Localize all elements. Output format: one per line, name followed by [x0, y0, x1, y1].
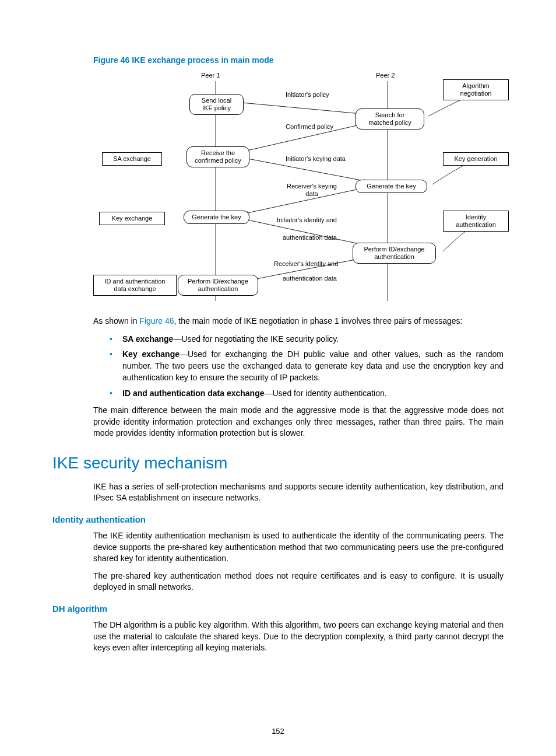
ike-intro-paragraph: IKE has a series of self-protection mech…: [93, 481, 504, 504]
msg-initiator-identity: Initiator's identity and: [277, 216, 337, 224]
identity-auth-p1: The IKE identity authentication mechanis…: [93, 530, 504, 565]
page-number: 152: [0, 727, 556, 736]
page: Figure 46 IKE exchange process in main m…: [0, 0, 556, 756]
body-content: As shown in Figure 46, the main mode of …: [93, 316, 504, 439]
bullet-text: —Used for exchanging the DH public value…: [122, 349, 504, 383]
msg-receiver-keying: Receiver's keyingdata: [280, 183, 344, 198]
step-perform-auth-left: Perform ID/exchangeauthentication: [178, 275, 258, 296]
heading-dh-algorithm: DH algorithm: [52, 604, 504, 614]
dh-algorithm-block: The DH algorithm is a public key algorit…: [93, 620, 504, 654]
intro-suffix: , the main mode of IKE negotiation in ph…: [174, 316, 463, 326]
figure-caption: Figure 46 IKE exchange process in main m…: [93, 55, 504, 65]
figure-link[interactable]: Figure 46: [139, 316, 174, 326]
bullet-bold: SA exchange: [122, 334, 173, 344]
diagram-ike-exchange: Peer 1 Peer 2 Algorithmnegotiation Key g…: [93, 71, 504, 304]
main-diff-paragraph: The main difference between the main mod…: [93, 405, 504, 439]
msg-initiator-keying: Initiator's keying data: [286, 155, 346, 163]
msg-auth-data-1: authentication data: [283, 234, 337, 242]
identity-auth-block: The IKE identity authentication mechanis…: [93, 530, 504, 593]
bullet-list: SA exchange—Used for negotiating the IKE…: [93, 333, 504, 399]
intro-paragraph: As shown in Figure 46, the main mode of …: [93, 316, 504, 327]
label-sa-exchange: SA exchange: [102, 152, 162, 166]
intro-prefix: As shown in: [93, 316, 139, 326]
step-send-local-policy: Send localIKE policy: [189, 94, 244, 115]
msg-receiver-identity: Receiver's identity and: [274, 260, 338, 268]
step-receive-confirmed: Receive theconfirmed policy: [186, 146, 249, 167]
bullet-text: —Used for negotiating the IKE security p…: [173, 334, 339, 344]
msg-confirmed-policy: Confirmed policy: [286, 123, 333, 131]
phase-identity-auth: Identityauthentication: [443, 211, 509, 232]
step-perform-auth-right: Perform ID/exchangeauthentication: [353, 243, 436, 264]
msg-auth-data-2: authentication data: [283, 275, 337, 282]
ike-intro-block: IKE has a series of self-protection mech…: [93, 481, 504, 504]
bullet-text: —Used for identity authentication.: [265, 388, 387, 398]
step-search-matched: Search formatched policy: [356, 108, 424, 130]
label-key-exchange: Key exchange: [99, 212, 165, 225]
step-generate-key-right: Generate the key: [356, 180, 427, 193]
phase-alg-negotiation: Algorithmnegotiation: [443, 79, 509, 100]
step-generate-key-left: Generate the key: [184, 211, 249, 224]
msg-initiator-policy: Initiator's policy: [286, 91, 329, 99]
list-item: Key exchange—Used for exchanging the DH …: [105, 348, 504, 384]
heading-ike-security: IKE security mechanism: [52, 454, 504, 473]
list-item: SA exchange—Used for negotiating the IKE…: [105, 333, 504, 345]
list-item: ID and authentication data exchange—Used…: [105, 387, 504, 399]
bullet-bold: Key exchange: [122, 349, 180, 359]
peer1-label: Peer 1: [201, 72, 220, 79]
phase-key-generation: Key generation: [443, 152, 509, 166]
label-id-exchange: ID and authenticationdata exchange: [93, 275, 177, 296]
heading-identity-auth: Identity authentication: [52, 514, 504, 524]
svg-line-2: [242, 103, 367, 114]
identity-auth-p2: The pre-shared key authentication method…: [93, 570, 504, 593]
dh-algorithm-p1: The DH algorithm is a public key algorit…: [93, 620, 504, 654]
bullet-bold: ID and authentication data exchange: [122, 388, 265, 398]
peer2-label: Peer 2: [376, 72, 395, 79]
